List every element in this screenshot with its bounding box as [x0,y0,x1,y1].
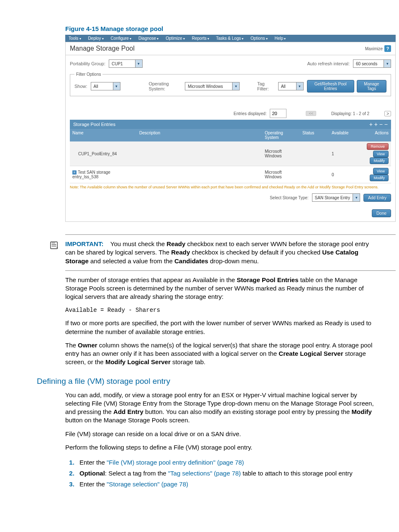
paragraph: File (VM) storage can reside on a local … [65,430,378,438]
row-available: 1 [329,150,354,158]
entries-displayed-label: Entries displayed: [234,111,267,116]
cross-ref-link[interactable]: "Tag selections" (page 78) [168,470,241,477]
chevron-down-icon: ▾ [353,194,360,201]
important-text: drop-down menu. [208,257,259,265]
table-row: CUP1_PoolEntry_84 Microsoft Windows 1 Re… [70,141,391,166]
menubar: Tools Deploy Configure Diagnose Optimize… [65,35,396,42]
col-status: Status [300,129,329,141]
tag-filter-select[interactable]: All ▾ [278,82,304,90]
os-label: Operating System: [148,81,182,91]
note-text: Note: The Available column shows the num… [70,185,391,189]
row-name: +Test SAN storage entry_lss_538 [70,168,137,181]
add-entry-button[interactable]: Add Entry [363,194,391,202]
col-os: Operating System [262,129,300,141]
maximize-link[interactable]: Maximize [365,46,383,51]
refresh-interval-label: Auto refresh interval: [307,61,350,66]
cross-ref-link[interactable]: "File (VM) storage pool entry definition… [107,459,244,466]
filter-legend: Filter Options [74,72,102,77]
chevron-down-icon: ▾ [232,82,239,90]
important-text: and selected a value from the [89,257,174,265]
get-refresh-button[interactable]: Get/Refresh Pool Entries [307,80,354,93]
section-heading: Defining a file (VM) storage pool entry [37,377,386,386]
menu-reports[interactable]: Reports [192,36,209,41]
important-text: Ready [166,240,185,247]
remove-button[interactable]: Remove [367,143,389,150]
row-os: Microsoft Windows [262,147,300,160]
col-description: Description [137,129,262,141]
modify-button[interactable]: Modify [370,175,389,181]
displaying-text: Displaying: 1 - 2 of 2 [331,111,369,116]
list-item: Enter the "Storage selection" (page 78) [76,480,386,489]
menu-optimize[interactable]: Optimize [166,36,185,41]
app-screenshot: Tools Deploy Configure Diagnose Optimize… [65,35,396,222]
grid-title: Storage Pool Entries [73,122,115,127]
grid-expand-controls[interactable]: + + − − [369,121,388,128]
manage-tags-button[interactable]: Manage Tags [357,80,386,93]
paragraph: Perform the following steps to define a … [65,443,378,452]
refresh-interval-select[interactable]: 60 seconds ▾ [353,59,391,68]
tag-filter-label: Tag Filter: [257,81,275,91]
menu-configure[interactable]: Configure [111,36,132,41]
view-button[interactable]: View [373,168,389,175]
paragraph: The Owner column shows the name(s) of th… [65,341,378,367]
portability-group-label: Portability Group: [70,61,105,66]
view-button[interactable]: View [373,151,389,157]
table-row: +Test SAN storage entry_lss_538 Microsof… [70,166,391,183]
divider [65,270,396,271]
menu-tools[interactable]: Tools [69,36,81,41]
col-actions: Actions [354,129,391,141]
done-button[interactable]: Done [372,209,391,217]
page-title: Manage Storage Pool [70,45,135,52]
col-name: Name [70,129,137,141]
important-text: Ready [171,249,190,256]
show-label: Show: [74,84,87,89]
nav-prev-disabled: << [306,111,316,116]
menu-help[interactable]: Help [275,36,286,41]
divider [65,234,396,235]
important-text: Candidates [174,257,208,265]
portability-group-select[interactable]: CUP1 ▾ [109,59,143,68]
chevron-down-icon: ▾ [135,60,142,67]
row-os: Microsoft Windows [262,168,300,181]
paragraph: You can add, modify, or view a storage p… [65,391,378,425]
filter-options-fieldset: Filter Options Show: All ▾ Operating Sys… [70,72,391,96]
menu-diagnose[interactable]: Diagnose [138,36,159,41]
important-label: IMPORTANT: [65,240,103,247]
list-item: Enter the "File (VM) storage pool entry … [76,458,386,467]
menu-deploy[interactable]: Deploy [88,36,103,41]
paragraph: If two or more ports are specified, the … [65,319,378,336]
row-available: 0 [329,171,354,179]
steps-list: Enter the "File (VM) storage pool entry … [65,458,386,488]
row-name: CUP1_PoolEntry_84 [70,150,137,158]
chevron-down-icon: ▾ [384,60,391,67]
storage-type-select[interactable]: SAN Storage Entry ▾ [312,193,360,202]
note-icon [49,241,59,250]
cross-ref-link[interactable]: "Storage selection" (page 78) [107,481,188,488]
storage-type-label: Select Storage Type: [270,195,309,200]
entries-displayed-input[interactable] [270,109,286,118]
chevron-down-icon: ▾ [296,82,303,90]
paragraph: The number of storage entries that appea… [65,276,378,301]
modify-button[interactable]: Modify [370,157,389,164]
menu-options[interactable]: Options [251,36,268,41]
expand-icon[interactable]: + [72,170,77,175]
list-item: Optional: Select a tag from the "Tag sel… [76,469,386,478]
grid-header: Name Description Operating System Status… [70,129,391,141]
nav-next[interactable]: > [384,111,391,116]
important-text: checkbox is checked by default if you ch… [190,249,322,256]
code-formula: Available = Ready - Sharers [65,306,378,314]
help-icon[interactable]: ? [384,45,391,52]
menu-tasks-logs[interactable]: Tasks & Logs [216,36,244,41]
figure-caption: Figure 4-15 Manage storage pool [65,25,386,32]
important-text: You must check the [110,240,167,247]
chevron-down-icon: ▾ [113,82,120,90]
col-available: Available [329,129,354,141]
show-select[interactable]: All ▾ [91,82,120,90]
os-select[interactable]: Microsoft Windows ▾ [185,82,240,90]
